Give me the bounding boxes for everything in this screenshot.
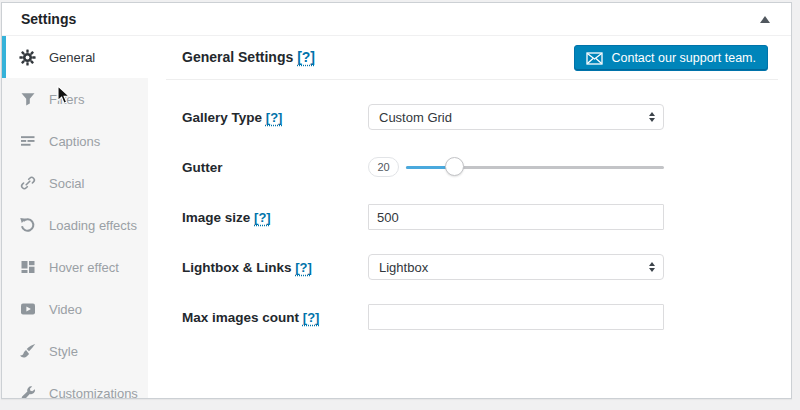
contact-support-label: Contact our support team. (611, 51, 756, 65)
funnel-icon (19, 91, 36, 108)
layout-grid-icon (19, 259, 36, 276)
sidebar-item-label: General (49, 50, 95, 65)
lightbox-links-selected-value: Lightbox (379, 260, 428, 275)
lightbox-links-label: Lightbox & Links [?] (182, 260, 368, 275)
envelope-icon (586, 52, 603, 65)
sidebar-item-video[interactable]: Video (2, 288, 148, 330)
image-size-row: Image size [?] (182, 204, 791, 230)
sidebar-item-captions[interactable]: Captions (2, 120, 148, 162)
sidebar-item-loading-effects[interactable]: Loading effects (2, 204, 148, 246)
link-icon (19, 175, 36, 192)
sidebar-item-label: Social (49, 176, 84, 191)
lightbox-links-row: Lightbox & Links [?] Lightbox (182, 254, 791, 280)
help-link[interactable]: [?] (303, 310, 320, 325)
section-heading: General Settings [?] (182, 49, 315, 65)
gallery-type-select[interactable]: Custom Grid (368, 104, 664, 130)
sidebar-item-style[interactable]: Style (2, 330, 148, 372)
heading-help-link[interactable]: [?] (297, 49, 315, 65)
collapse-panel-button[interactable] (747, 3, 783, 35)
wrench-icon (19, 385, 36, 399)
gallery-type-row: Gallery Type [?] Custom Grid (182, 104, 791, 130)
settings-panel: Settings (1, 2, 792, 399)
help-link[interactable]: [?] (254, 210, 271, 225)
image-size-input[interactable] (368, 204, 664, 230)
sidebar-item-label: Hover effect (49, 260, 119, 275)
contact-support-button[interactable]: Contact our support team. (574, 45, 768, 71)
sidebar-item-hover-effect[interactable]: Hover effect (2, 246, 148, 288)
settings-content: General Settings [?] Contact our support… (148, 36, 791, 398)
gutter-label: Gutter (182, 160, 368, 175)
slider-handle[interactable] (445, 157, 464, 176)
sidebar-item-social[interactable]: Social (2, 162, 148, 204)
gutter-row: Gutter 20 (182, 154, 791, 180)
sidebar-item-general[interactable]: General (2, 36, 148, 78)
sidebar-item-label: Loading effects (49, 218, 137, 233)
image-size-label: Image size [?] (182, 210, 368, 225)
max-images-count-label: Max images count [?] (182, 310, 368, 325)
rotate-icon (19, 217, 36, 234)
panel-header: Settings (2, 3, 791, 36)
gear-icon (19, 49, 36, 66)
help-link[interactable]: [?] (295, 260, 312, 275)
sidebar-item-filters[interactable]: Filters (2, 78, 148, 120)
settings-sidebar: General Filters Captions (2, 36, 148, 398)
sidebar-item-customizations[interactable]: Customizations (2, 372, 148, 398)
panel-title: Settings (2, 3, 791, 35)
lightbox-links-select[interactable]: Lightbox (368, 254, 664, 280)
sidebar-item-label: Customizations (49, 386, 138, 399)
gallery-type-label: Gallery Type [?] (182, 110, 368, 125)
help-link[interactable]: [?] (266, 110, 283, 125)
gutter-value-badge: 20 (368, 157, 399, 177)
max-images-count-input[interactable] (368, 304, 664, 330)
triangle-up-icon (760, 16, 770, 23)
sidebar-item-label: Video (49, 302, 82, 317)
max-images-count-row: Max images count [?] (182, 304, 791, 330)
sidebar-item-label: Style (49, 344, 78, 359)
caption-lines-icon (19, 133, 36, 150)
gutter-slider[interactable] (406, 157, 664, 177)
sidebar-item-label: Captions (49, 134, 100, 149)
play-icon (19, 301, 36, 318)
sidebar-item-label: Filters (49, 92, 84, 107)
brush-icon (19, 343, 36, 360)
gallery-type-selected-value: Custom Grid (379, 110, 452, 125)
